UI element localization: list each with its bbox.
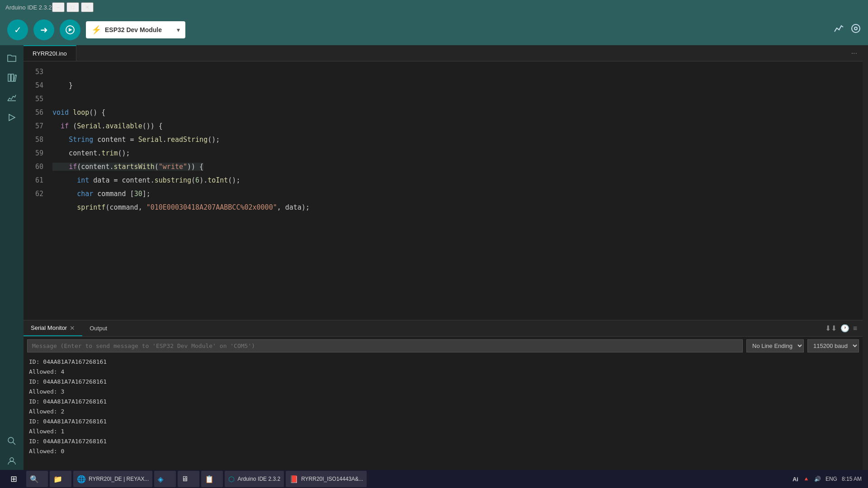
taskbar-pdf-label: RYRR20I_ISO14443A&... bbox=[301, 476, 363, 482]
serial-plotter-button[interactable] bbox=[834, 23, 844, 36]
baud-rate-select[interactable]: 115200 baud bbox=[807, 339, 859, 352]
taskbar-time: 8:15 AM bbox=[842, 476, 862, 482]
taskbar-chrome-label: RYRR20I_DE | REYAX... bbox=[89, 476, 149, 482]
taskbar-arduino-icon: ⬡ bbox=[228, 475, 235, 483]
taskbar-search-icon: 🔍 bbox=[30, 475, 39, 483]
taskbar-network-icon: 🔺 bbox=[803, 476, 810, 482]
taskbar-explorer[interactable]: 📁 bbox=[50, 471, 71, 487]
svg-marker-8 bbox=[9, 114, 15, 121]
line-numbers: 53 54 55 56 57 58 59 60 61 62 bbox=[24, 61, 47, 320]
code-editor[interactable]: 53 54 55 56 57 58 59 60 61 62 } void loo… bbox=[24, 61, 863, 320]
bottom-tabs: Serial Monitor ✕ Output ⬇⬇ 🕐 ≡ bbox=[24, 320, 863, 337]
taskbar-clipboard[interactable]: 📋 bbox=[201, 471, 223, 487]
start-button[interactable]: ⊞ bbox=[3, 471, 24, 487]
svg-point-11 bbox=[10, 458, 14, 461]
taskbar-vscode[interactable]: ◈ bbox=[154, 471, 176, 487]
taskbar: ⊞ 🔍 📁 🌐 RYRR20I_DE | REYAX... ◈ 🖥 📋 ⬡ Ar… bbox=[0, 470, 868, 488]
taskbar-arduino[interactable]: ⬡ Arduino IDE 2.3.2 bbox=[225, 471, 284, 487]
upload-button[interactable]: ➜ bbox=[33, 19, 54, 40]
taskbar-cmd-icon: 🖥 bbox=[181, 475, 189, 483]
taskbar-keyboard-lang: ENG bbox=[826, 476, 837, 482]
taskbar-pdf-icon: 📕 bbox=[289, 475, 298, 483]
serial-monitor-close[interactable]: ✕ bbox=[70, 324, 75, 332]
debug-button[interactable] bbox=[60, 19, 80, 40]
serial-output-line: Allowed: 1 bbox=[29, 427, 857, 436]
taskbar-pdf[interactable]: 📕 RYRR20I_ISO14443A&... bbox=[286, 471, 367, 487]
serial-output-line: ID: 04AA81A7A167268161 bbox=[29, 397, 857, 407]
sidebar-item-user[interactable] bbox=[3, 452, 21, 470]
tab-ryrr20i[interactable]: RYRR20I.ino bbox=[24, 45, 76, 61]
svg-rect-4 bbox=[8, 74, 10, 81]
code-content[interactable]: } void loop() { if (Serial.available()) … bbox=[47, 61, 863, 320]
message-input[interactable] bbox=[27, 339, 743, 352]
board-selector[interactable]: ⚡ ESP32 Dev Module ▾ bbox=[86, 21, 185, 38]
editor-area: RYRR20I.ino ··· 53 54 55 56 57 58 59 60 … bbox=[24, 45, 863, 474]
board-name: ESP32 Dev Module bbox=[105, 26, 173, 33]
svg-rect-6 bbox=[14, 75, 16, 81]
taskbar-explorer-icon: 📁 bbox=[53, 475, 62, 483]
usb-icon: ⚡ bbox=[91, 25, 101, 35]
maximize-button[interactable]: □ bbox=[66, 2, 79, 12]
svg-marker-1 bbox=[69, 28, 72, 32]
minimize-button[interactable]: – bbox=[52, 2, 65, 12]
taskbar-clipboard-icon: 📋 bbox=[205, 475, 214, 483]
output-label: Output bbox=[90, 325, 107, 332]
serial-output-line: Allowed: 3 bbox=[29, 387, 857, 397]
taskbar-ai-label[interactable]: Ai bbox=[793, 476, 798, 483]
svg-point-3 bbox=[854, 27, 857, 30]
svg-point-9 bbox=[8, 437, 14, 443]
editor-scrollbar[interactable] bbox=[863, 45, 868, 474]
timestamp-button[interactable]: 🕐 bbox=[840, 324, 849, 333]
sidebar-item-folder[interactable] bbox=[3, 49, 21, 67]
taskbar-sound-icon: 🔊 bbox=[814, 476, 821, 482]
tab-bar: RYRR20I.ino ··· bbox=[24, 45, 863, 61]
sidebar-item-debug[interactable] bbox=[3, 108, 21, 127]
dropdown-arrow-icon: ▾ bbox=[177, 26, 180, 33]
toolbar: ✓ ➜ ⚡ ESP32 Dev Module ▾ bbox=[0, 14, 868, 45]
taskbar-tray: Ai 🔺 🔊 ENG 8:15 AM bbox=[789, 476, 865, 483]
tab-serial-monitor[interactable]: Serial Monitor ✕ bbox=[24, 320, 82, 336]
tab-output[interactable]: Output bbox=[82, 320, 114, 336]
taskbar-vscode-icon: ◈ bbox=[158, 475, 163, 483]
serial-monitor-label: Serial Monitor bbox=[31, 324, 67, 331]
taskbar-chrome-icon: 🌐 bbox=[77, 475, 86, 483]
message-input-row: No Line Ending 115200 baud bbox=[24, 337, 863, 355]
svg-line-10 bbox=[13, 442, 16, 445]
titlebar: Arduino IDE 2.3.2 – □ ✕ bbox=[0, 0, 868, 14]
tab-more-button[interactable]: ··· bbox=[846, 45, 863, 61]
taskbar-chrome[interactable]: 🌐 RYRR20I_DE | REYAX... bbox=[73, 471, 152, 487]
sidebar-item-books[interactable] bbox=[3, 69, 21, 87]
verify-button[interactable]: ✓ bbox=[7, 19, 28, 40]
close-button[interactable]: ✕ bbox=[81, 2, 94, 12]
serial-output-line: ID: 04AA81A7A167268161 bbox=[29, 357, 857, 367]
title-text: Arduino IDE 2.3.2 bbox=[5, 4, 52, 11]
serial-output-line: Allowed: 2 bbox=[29, 407, 857, 417]
scroll-to-bottom-button[interactable]: ⬇⬇ bbox=[825, 324, 837, 333]
autoscroll-button[interactable]: ≡ bbox=[853, 324, 857, 333]
taskbar-search[interactable]: 🔍 bbox=[26, 471, 48, 487]
serial-output-line: Allowed: 0 bbox=[29, 446, 857, 456]
taskbar-arduino-label: Arduino IDE 2.3.2 bbox=[237, 476, 280, 482]
svg-point-2 bbox=[852, 24, 860, 33]
serial-output-line: ID: 04AA81A7A167268161 bbox=[29, 377, 857, 387]
svg-rect-5 bbox=[11, 74, 14, 81]
taskbar-cmd[interactable]: 🖥 bbox=[178, 471, 199, 487]
tab-label: RYRR20I.ino bbox=[33, 50, 67, 57]
serial-output-line: ID: 04AA81A7A167268161 bbox=[29, 417, 857, 427]
sidebar-item-search[interactable] bbox=[3, 432, 21, 450]
serial-monitor: No Line Ending 115200 baud ID: 04AA81A7A… bbox=[24, 337, 863, 474]
serial-output-line: ID: 04AA81A7A167268161 bbox=[29, 436, 857, 446]
bottom-panel: Serial Monitor ✕ Output ⬇⬇ 🕐 ≡ No Line E… bbox=[24, 320, 863, 474]
line-ending-select[interactable]: No Line Ending bbox=[746, 339, 804, 352]
sidebar bbox=[0, 45, 24, 474]
sidebar-item-charts[interactable] bbox=[3, 89, 21, 107]
serial-output-line: Allowed: 4 bbox=[29, 367, 857, 377]
serial-output[interactable]: ID: 04AA81A7A167268161Allowed: 4ID: 04AA… bbox=[24, 355, 863, 474]
serial-monitor-button[interactable] bbox=[851, 23, 861, 36]
